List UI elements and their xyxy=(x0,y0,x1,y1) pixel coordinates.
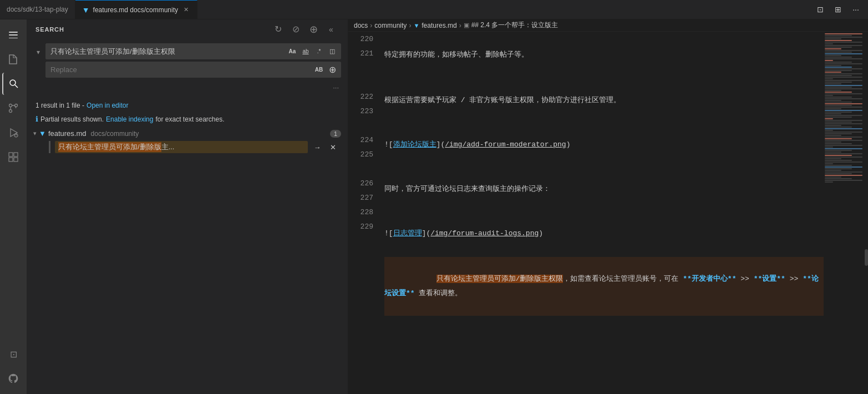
search-input-row: Aa ab .* ◫ xyxy=(45,43,341,59)
search-collapse-btn[interactable]: ▾ xyxy=(33,47,43,57)
sidebar-header: SEARCH ↻ ⊘ ⊕ « xyxy=(27,19,348,39)
preserve-case-button[interactable]: AB xyxy=(313,64,325,76)
more-options-row: ··· xyxy=(33,81,341,94)
line-227-link-text: 日志管理 xyxy=(393,226,422,241)
tab-actions: ⊡ ⊞ ··· xyxy=(813,0,868,19)
breadcrumb-community[interactable]: community xyxy=(374,22,407,29)
svg-line-1 xyxy=(15,85,18,88)
editor-line-227: ![日志管理](/img/forum-audit-logs.png) xyxy=(384,226,824,241)
split-editor-right-button[interactable]: ⊞ xyxy=(830,2,846,17)
partial-results-suffix: for exact text searches. xyxy=(155,115,224,123)
tab-inactive[interactable]: docs/sdk/13-tap-play xyxy=(0,0,75,19)
match-case-button[interactable]: Aa xyxy=(286,46,298,58)
line-223-path2: png xyxy=(553,138,566,152)
line-num-221: 221 xyxy=(348,46,373,60)
pin-button[interactable]: ◫ xyxy=(326,46,338,58)
activity-files[interactable] xyxy=(2,48,24,70)
tab-active-icon: ▼ xyxy=(82,6,90,14)
enable-indexing-link[interactable]: Enable indexing xyxy=(106,115,153,123)
replace-all-button[interactable]: ⊕ xyxy=(326,64,338,76)
line-num-228: 228 xyxy=(348,205,373,219)
editor-line-226 xyxy=(384,210,824,226)
line-num-223: 223 xyxy=(348,104,373,118)
extensions-icon xyxy=(8,151,19,163)
activity-source-control[interactable] xyxy=(2,97,24,119)
preserve-case-icon: AB xyxy=(315,67,323,73)
clear-results-button[interactable]: ⊘ xyxy=(288,22,303,37)
discard-match-button[interactable]: ✕ xyxy=(327,141,339,153)
file-result-header[interactable]: ▾ ▼ features.md docs/community 1 xyxy=(31,128,343,139)
result-count-badge: 1 xyxy=(330,130,341,138)
activity-extensions[interactable] xyxy=(2,146,24,168)
tab-active[interactable]: ▼ features.md docs/community ✕ xyxy=(75,0,197,19)
match-line-indicator xyxy=(49,141,50,153)
source-control-icon xyxy=(8,103,19,114)
new-search-button[interactable]: ⊕ xyxy=(306,22,321,37)
tab-active-label: features.md docs/community xyxy=(93,6,178,14)
line-num-222: 222 xyxy=(348,89,373,104)
replace-input-row: AB ⊕ xyxy=(45,62,341,78)
hamburger-icon xyxy=(9,31,18,39)
activity-github[interactable] xyxy=(2,367,24,390)
breadcrumb-hash-icon: ▣ xyxy=(464,22,469,29)
editor-line-220 xyxy=(384,32,824,47)
line-num-220: 220 xyxy=(348,32,373,46)
file-path: docs/community xyxy=(91,130,139,138)
breadcrumb-sep-2: › xyxy=(409,22,411,29)
collapse-all-button[interactable]: « xyxy=(323,22,339,37)
breadcrumb-section[interactable]: ## 2.4 多一个帮手：设立版主 xyxy=(471,21,559,30)
editor-area: docs › community › ▼ features.md › ▣ ## … xyxy=(348,19,868,394)
line-221-content: 根据运营需要赋予玩家 / 非官方账号版主权限，协助官方进行社区管理。 xyxy=(384,93,621,108)
line-num-225: 225 xyxy=(348,147,373,161)
more-options-button[interactable]: ··· xyxy=(331,82,341,93)
regex-icon: .* xyxy=(317,48,321,54)
search-match-229: 只有论坛主管理员可添加/删除版主权限 xyxy=(436,275,564,283)
refresh-button[interactable]: ↻ xyxy=(270,22,286,37)
editor-content[interactable]: 220 221 222 223 224 225 226 227 228 229 xyxy=(348,32,868,394)
activity-remote[interactable]: ⊡ xyxy=(2,343,24,365)
bold-text-2: **设置** xyxy=(754,275,785,283)
minimap-scrollbar[interactable] xyxy=(865,249,868,266)
sidebar-title: SEARCH xyxy=(35,26,64,33)
tab-close-button[interactable]: ✕ xyxy=(181,6,190,14)
line-num-224: 224 xyxy=(348,133,373,147)
file-collapse-arrow[interactable]: ▾ xyxy=(33,130,37,137)
editor-line-225: 同时，官方可通过论坛日志来查询版主的操作记录： xyxy=(384,181,824,210)
editor-lines: 特定拥有的功能，如移动帖子、删除帖子等。 根据运营需要赋予玩家 / 非官方账号版… xyxy=(379,32,824,394)
breadcrumb-docs[interactable]: docs xyxy=(354,22,368,29)
match-text-container: 只有论坛主管理员可添加/删除版 主... xyxy=(55,141,308,153)
line-num-226: 226 xyxy=(348,176,373,190)
svg-rect-8 xyxy=(9,153,13,156)
activity-search[interactable] xyxy=(2,73,24,95)
line-num-223b xyxy=(348,118,373,133)
breadcrumb-sep-1: › xyxy=(370,22,372,29)
whole-word-button[interactable]: ab xyxy=(300,46,312,58)
replace-all-icon: ⊕ xyxy=(329,64,336,75)
activity-run[interactable] xyxy=(2,122,24,144)
svg-rect-10 xyxy=(9,158,13,161)
search-input[interactable] xyxy=(46,44,286,59)
replace-match-button[interactable]: → xyxy=(311,141,323,153)
line-num-227: 227 xyxy=(348,190,373,205)
line-num-221b xyxy=(348,60,373,89)
file-result-container: ▾ ▼ features.md docs/community 1 只有论坛主管理… xyxy=(27,128,348,155)
activity-bar: ⊡ xyxy=(0,19,27,394)
run-icon xyxy=(8,127,19,138)
open-in-editor-link[interactable]: Open in editor xyxy=(87,102,128,109)
github-icon xyxy=(8,373,19,384)
minimap-content xyxy=(824,32,868,184)
split-editor-button[interactable]: ⊡ xyxy=(813,2,828,17)
tab-inactive-label: docs/sdk/13-tap-play xyxy=(7,6,68,13)
partial-results-text: Partial results shown. xyxy=(40,115,104,123)
more-actions-button[interactable]: ··· xyxy=(848,2,864,17)
editor-line-222-vis xyxy=(384,122,824,137)
breadcrumb-filename[interactable]: features.md xyxy=(422,22,456,29)
activity-hamburger[interactable] xyxy=(2,24,24,46)
partial-results-notice: ℹ Partial results shown. Enable indexing… xyxy=(27,113,348,128)
match-case-icon: Aa xyxy=(289,48,296,54)
line-num-229: 229 xyxy=(348,219,373,234)
svg-point-2 xyxy=(9,104,12,107)
replace-input[interactable] xyxy=(46,62,313,77)
use-regex-button[interactable]: .* xyxy=(313,46,325,58)
match-result-row[interactable]: 只有论坛主管理员可添加/删除版 主... → ✕ xyxy=(31,139,343,155)
